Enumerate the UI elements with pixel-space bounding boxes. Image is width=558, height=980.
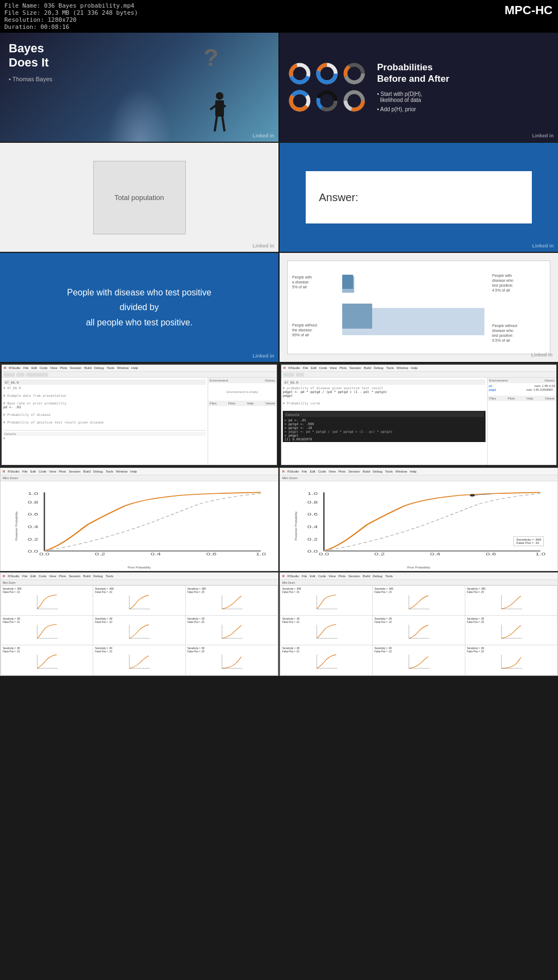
- panel-bayes: BayesDoes It • Thomas Bayes ? Linked in: [0, 33, 278, 142]
- mini-plot-r3: Sensitivity = .999False Pos = .25: [465, 586, 557, 615]
- donut-icon-5: [315, 89, 339, 113]
- svg-text:0.6: 0.6: [486, 552, 496, 556]
- figure-silhouette-icon: [205, 90, 235, 136]
- panel-population: Total population Linked in: [0, 143, 278, 252]
- svg-text:0.0: 0.0: [319, 552, 329, 556]
- svg-text:0.6: 0.6: [307, 512, 318, 516]
- mini-plot-r6: Sensitivity = .95False Pos = .25: [465, 616, 557, 645]
- donut-icon-6: [342, 89, 366, 113]
- svg-text:0.2: 0.2: [28, 537, 38, 541]
- svg-text:0.4: 0.4: [28, 525, 38, 529]
- mini-plot-r4: Sensitivity = .95False Pos = .01: [281, 616, 372, 645]
- panel-formula: People with disease who test positive di…: [0, 253, 278, 362]
- plot-menubar-left: R RStudioFileEditCodeViewPlotsSessionBui…: [1, 468, 278, 475]
- small-plots-menubar-left: RRStudioFileEditCodeViewPlotsSessionBuil…: [1, 573, 278, 580]
- svg-text:0.4: 0.4: [430, 552, 440, 556]
- panel-bar-chart: People witha disease:5% of all People wi…: [280, 253, 558, 362]
- bar-label-without-disease: People withoutthe disease:95% of all: [292, 323, 338, 337]
- small-plots-menubar-right: RRStudioFileEditCodeViewPlotsSessionBuil…: [280, 573, 557, 580]
- rstudio-code-pane-right: 07_06.R # probability of disease given p…: [281, 378, 488, 465]
- svg-text:0.0: 0.0: [28, 549, 38, 553]
- prob-bullet-1: • Start with p(D|H), likelihood of data: [377, 91, 553, 103]
- svg-text:1.0: 1.0: [256, 552, 266, 556]
- file-info-resolution: Resolution: 1280x720: [4, 16, 554, 23]
- mpc-hc-logo: MPC-HC: [505, 3, 553, 17]
- mini-plot-2: Sensitivity = .999False Pos = .10: [93, 586, 185, 615]
- mini-plot-6: Sensitivity = .95False Pos = .25: [186, 616, 277, 645]
- svg-text:1.0: 1.0: [28, 492, 38, 495]
- svg-line-4: [215, 117, 217, 131]
- svg-text:1.0: 1.0: [535, 552, 545, 556]
- panel-rstudio-right: R RStudioFileEditCodeViewPlotsSessionBui…: [280, 363, 558, 467]
- file-info-filename: File Name: 036 Bayes probability.mp4: [4, 2, 554, 9]
- panel-rstudio-left: R RStudioFileEditCodeViewPlotsSessionBui…: [0, 363, 278, 467]
- svg-text:0.0: 0.0: [307, 549, 318, 553]
- bar-label-test-pos-with: People withdisease whotest positive:4.5%…: [492, 273, 547, 293]
- plot-area-right: Posterior Probability Prior Probability …: [280, 481, 557, 571]
- donut-icon-3: [342, 62, 366, 86]
- linkedin-watermark-5: Linked in: [252, 353, 274, 359]
- prob-title: ProbabilitiesBefore and After: [377, 62, 553, 84]
- answer-label: Answer:: [319, 191, 358, 204]
- panel-small-plots-right: RRStudioFileEditCodeViewPlotsSessionBuil…: [280, 572, 558, 676]
- bayes-title: BayesDoes It: [9, 41, 270, 70]
- rstudio-menubar-right: R RStudioFileEditCodeViewPlotsSessionBui…: [281, 365, 556, 372]
- svg-line-5: [222, 117, 225, 131]
- rstudio-env-pane-right: EnvironmentHistory pdnum. 1 48..0.01 pdg…: [488, 378, 556, 465]
- donut-icon-4: [288, 89, 312, 113]
- svg-point-0: [216, 92, 223, 100]
- svg-text:0.4: 0.4: [150, 552, 161, 556]
- mini-plot-4: Sensitivity = .99False Pos = .01: [1, 616, 93, 645]
- mini-plot-r5: Sensitivity = .95False Pos = .10: [373, 616, 464, 645]
- mini-plot-r1: Sensitivity = .999False Pos = .01: [281, 586, 372, 615]
- bayes-subtitle: • Thomas Bayes: [9, 76, 270, 82]
- svg-text:0.0: 0.0: [39, 552, 50, 556]
- svg-text:0.6: 0.6: [28, 512, 38, 516]
- answer-box: Answer:: [306, 171, 531, 223]
- mini-plot-9: Sensitivity = .80False Pos = .25: [186, 645, 277, 675]
- panel-answer: Answer: Linked in: [280, 143, 558, 252]
- rstudio-menubar-left: R RStudioFileEditCodeViewPlotsSessionBui…: [2, 365, 277, 372]
- linkedin-watermark: Linked in: [252, 133, 274, 138]
- y-axis-label-left: Posterior Probability: [15, 511, 18, 541]
- svg-text:0.2: 0.2: [95, 552, 105, 556]
- bar-label-with-disease: People witha disease:5% of all: [292, 275, 338, 289]
- plot-menubar-right: R RStudioFileEditCodeViewPlotsSessionBui…: [280, 468, 557, 475]
- panel-plot-right: R RStudioFileEditCodeViewPlotsSessionBui…: [280, 468, 558, 571]
- svg-text:0.2: 0.2: [307, 537, 318, 541]
- mini-plot-r8: Sensitivity = .80False Pos = .10: [373, 645, 464, 675]
- mini-plot-8: Sensitivity = .80False Pos = .10: [93, 645, 185, 675]
- svg-text:0.4: 0.4: [307, 525, 318, 529]
- svg-text:1.0: 1.0: [307, 492, 318, 495]
- svg-text:0.8: 0.8: [28, 500, 38, 504]
- donut-circles-grid: [285, 59, 369, 116]
- file-info-duration: Duration: 00:08:16: [4, 23, 554, 31]
- x-axis-label-left: Prior Probability: [128, 566, 150, 569]
- sensitivity-annotation: Sensitivity = .999 False Pos = .10: [513, 536, 544, 546]
- linkedin-watermark-4: Linked in: [532, 243, 554, 249]
- panel-plot-left: R RStudioFileEditCodeViewPlotsSessionBui…: [0, 468, 278, 571]
- mini-plot-7: Sensitivity = .80False Pos = .01: [1, 645, 93, 675]
- x-axis-label-right: Prior Probability: [407, 566, 430, 569]
- rstudio-code-pane-left: 07_06.R # 07_06.R # Example data from pr…: [2, 378, 208, 465]
- linkedin-watermark-6: Linked in: [531, 352, 553, 358]
- donut-icon-2: [315, 62, 339, 86]
- panel-probabilities: ProbabilitiesBefore and After • Start wi…: [280, 33, 558, 142]
- mini-plot-5: Sensitivity = .99False Pos = .10: [93, 616, 185, 645]
- mini-plot-r7: Sensitivity = .80False Pos = .01: [281, 645, 372, 675]
- formula-text: People with disease who test positive di…: [67, 285, 211, 330]
- mini-plot-1: Sensitivity = .999False Pos = .01: [1, 586, 93, 615]
- bar-label-test-pos-without: People withoutdisease whotest positive:9…: [492, 323, 547, 343]
- question-mark-icon: ?: [204, 44, 219, 72]
- plot-area-left: Posterior Probability Prior Probability …: [1, 481, 278, 571]
- population-box: Total population: [93, 161, 186, 234]
- svg-text:0.8: 0.8: [307, 500, 318, 504]
- file-info-filesize: File Size: 20,3 MB (21 336 248 bytes): [4, 9, 554, 16]
- svg-text:0.2: 0.2: [374, 552, 385, 556]
- mini-plot-r2: Sensitivity = .969False Pos = .15: [373, 586, 464, 615]
- donut-icon-1: [288, 62, 312, 86]
- mini-plot-3: Sensitivity = .999False Pos = .25: [186, 586, 277, 615]
- population-label: Total population: [114, 193, 164, 202]
- panel-small-plots-left: RRStudioFileEditCodeViewPlotsSessionBuil…: [0, 572, 278, 676]
- linkedin-watermark-2: Linked in: [532, 133, 554, 138]
